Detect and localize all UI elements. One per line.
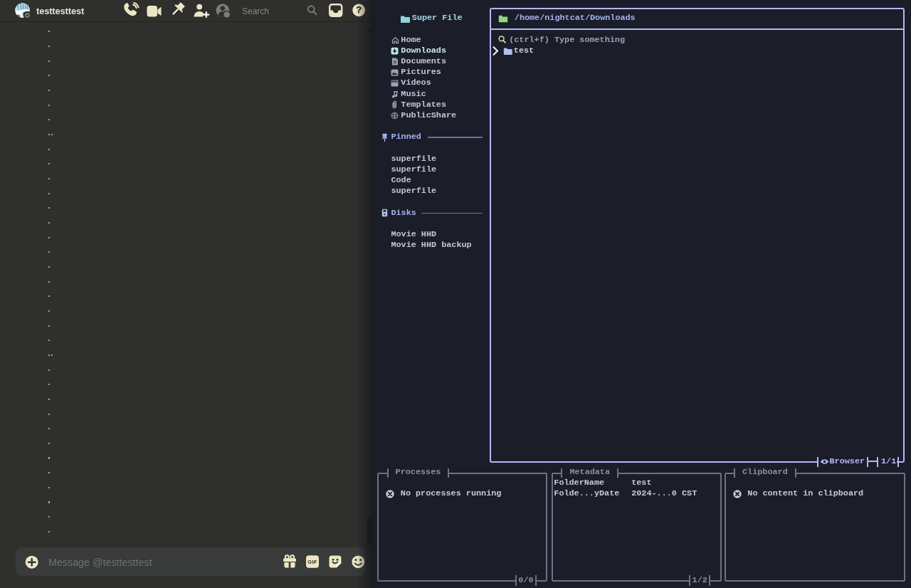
svg-text:GIF: GIF <box>307 559 317 565</box>
